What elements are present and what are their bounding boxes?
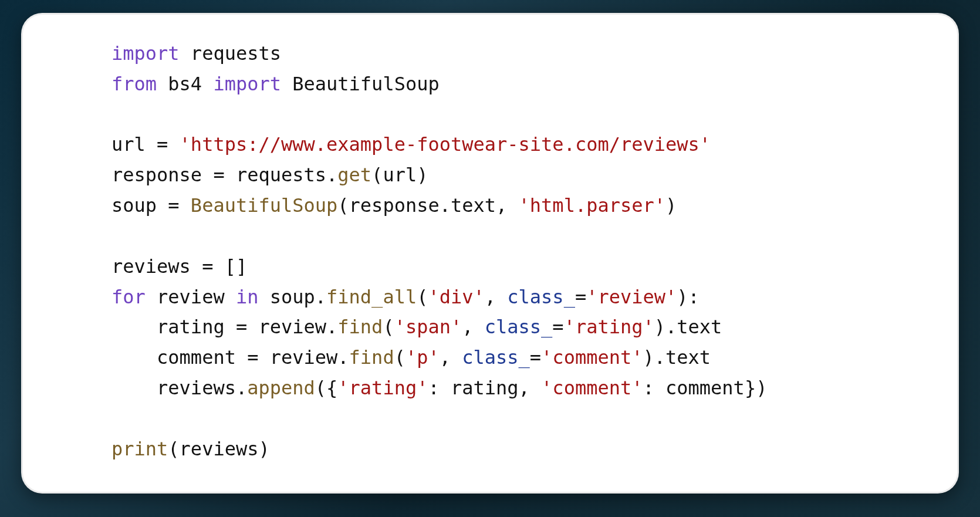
str-div: 'div' [428, 286, 484, 308]
id-review: review [157, 286, 225, 308]
space [180, 42, 191, 65]
fn-find: find [349, 346, 394, 369]
kw-import: import [213, 73, 281, 95]
comma: , [485, 286, 508, 308]
op-eq: = [202, 164, 236, 186]
space [281, 73, 292, 95]
indent [111, 377, 157, 399]
id-requests: requests [236, 164, 326, 186]
id-reviews: reviews [180, 438, 259, 460]
str-p: 'p' [405, 346, 440, 369]
paren-close: ) [665, 194, 677, 217]
dot: . [236, 377, 247, 399]
kw-import: import [111, 42, 180, 65]
id-beautifulsoup: BeautifulSoup [292, 73, 439, 95]
id-requests: requests [191, 42, 281, 65]
id-review: review [270, 346, 338, 369]
dot: . [654, 346, 665, 369]
paren-close: ) [654, 316, 665, 338]
kw-from: from [111, 73, 157, 95]
paren-close: ) [677, 286, 688, 308]
paren-close: ) [643, 346, 654, 369]
id-bs4: bs4 [168, 73, 202, 95]
str-html-parser: 'html.parser' [519, 194, 665, 217]
space [202, 73, 213, 95]
op-eq: = [146, 133, 180, 156]
comma: , [519, 377, 542, 399]
indent [111, 346, 157, 369]
fn-print: print [111, 438, 168, 460]
colon-sp: : [643, 377, 665, 399]
id-response: response [111, 164, 202, 186]
dot: . [665, 316, 677, 338]
str-review: 'review' [586, 286, 677, 308]
space [157, 73, 168, 95]
space [258, 286, 269, 308]
colon: : [688, 286, 699, 308]
code-card: import requests from bs4 import Beautifu… [21, 13, 959, 494]
space [225, 286, 236, 308]
id-rating: rating [157, 316, 225, 338]
paren-close: ) [258, 438, 269, 460]
kwarg-class: class_ [507, 286, 575, 308]
id-comment: comment [157, 346, 236, 369]
kw-for: for [111, 286, 146, 308]
code-block: import requests from bs4 import Beautifu… [111, 39, 959, 465]
colon-sp: : [428, 377, 451, 399]
brace-open: { [326, 377, 337, 399]
str-comment-key: 'comment' [541, 377, 643, 399]
dot: . [326, 316, 337, 338]
str-url: 'https://www.example-footwear-site.com/r… [180, 133, 711, 156]
op-eq: = [191, 255, 225, 278]
comma: , [462, 316, 485, 338]
attr-text: text [451, 194, 496, 217]
paren-open: ( [417, 286, 428, 308]
id-soup: soup [111, 194, 157, 217]
str-rating-key: 'rating' [337, 377, 428, 399]
kw-in: in [236, 286, 259, 308]
id-comment: comment [665, 377, 745, 399]
str-rating: 'rating' [564, 316, 654, 338]
comma: , [496, 194, 519, 217]
empty-list: [] [225, 255, 248, 278]
dot: . [440, 194, 451, 217]
comma: , [440, 346, 462, 369]
paren-close: ) [417, 164, 428, 186]
paren-open: ( [337, 194, 349, 217]
paren-open: ( [383, 316, 394, 338]
str-comment: 'comment' [541, 346, 643, 369]
attr-text: text [665, 346, 711, 369]
paren-open: ( [371, 164, 383, 186]
fn-beautifulsoup: BeautifulSoup [191, 194, 337, 217]
brace-close: } [745, 377, 756, 399]
id-review: review [258, 316, 326, 338]
indent [111, 316, 157, 338]
paren-open: ( [315, 377, 326, 399]
kwarg-class: class_ [462, 346, 530, 369]
paren-close: ) [756, 377, 767, 399]
fn-find-all: find_all [326, 286, 417, 308]
id-url: url [383, 164, 417, 186]
fn-append: append [247, 377, 315, 399]
str-span: 'span' [394, 316, 462, 338]
id-response: response [349, 194, 440, 217]
id-url: url [111, 133, 146, 156]
op-eq: = [236, 346, 270, 369]
kwarg-class: class_ [485, 316, 553, 338]
dot: . [326, 164, 337, 186]
paren-open: ( [168, 438, 179, 460]
id-rating: rating [451, 377, 519, 399]
attr-text: text [677, 316, 722, 338]
id-reviews: reviews [111, 255, 191, 278]
id-reviews: reviews [157, 377, 236, 399]
fn-get: get [337, 164, 371, 186]
space [146, 286, 157, 308]
dot: . [337, 346, 349, 369]
dot: . [315, 286, 326, 308]
fn-find: find [337, 316, 383, 338]
op-eq: = [225, 316, 259, 338]
id-soup: soup [270, 286, 315, 308]
paren-open: ( [394, 346, 405, 369]
op-eq: = [157, 194, 191, 217]
